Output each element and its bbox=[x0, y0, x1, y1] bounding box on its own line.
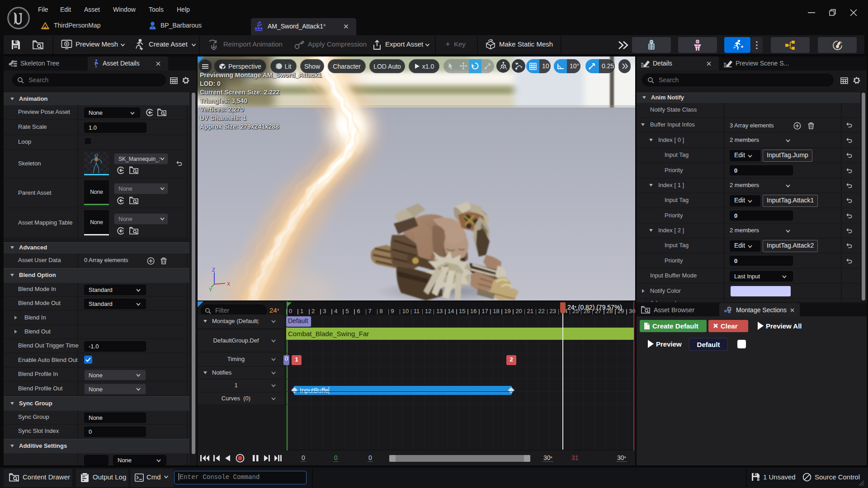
svg-text:Z: Z bbox=[212, 267, 215, 272]
svg-text:*: * bbox=[741, 44, 744, 51]
svg-text:X: X bbox=[227, 281, 231, 286]
svg-text:Y: Y bbox=[209, 287, 212, 292]
